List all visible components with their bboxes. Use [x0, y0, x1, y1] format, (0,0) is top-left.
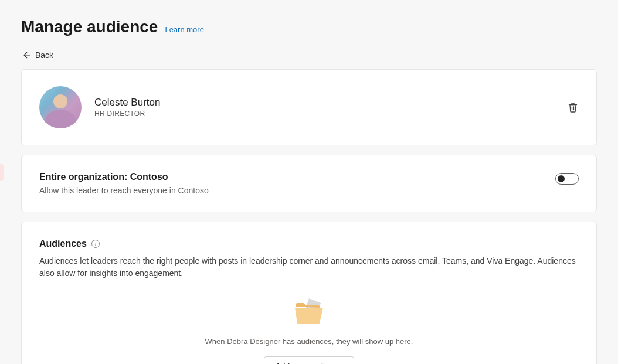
back-label: Back: [35, 50, 53, 60]
page-container: Manage audience Learn more Back Celeste …: [0, 0, 618, 364]
learn-more-link[interactable]: Learn more: [165, 25, 203, 34]
back-button[interactable]: Back: [21, 50, 53, 60]
info-icon[interactable]: i: [91, 240, 100, 248]
empty-state-text: When Debra Designer has audiences, they …: [205, 337, 413, 346]
org-toggle[interactable]: [555, 173, 579, 185]
person-text: Celeste Burton HR DIRECTOR: [94, 97, 160, 118]
trash-icon[interactable]: [567, 101, 579, 113]
org-description: Allow this leader to reach everyone in C…: [39, 186, 209, 195]
audiences-title: Audiences: [39, 239, 87, 249]
avatar: [39, 86, 82, 128]
person-role: HR DIRECTOR: [94, 110, 160, 118]
add-audience-button[interactable]: Add new audience: [264, 356, 354, 364]
person-info: Celeste Burton HR DIRECTOR: [39, 86, 160, 128]
page-title: Manage audience: [21, 18, 158, 36]
side-accent: [0, 164, 4, 181]
org-text: Entire organization: Contoso Allow this …: [39, 172, 209, 195]
arrow-left-icon: [21, 50, 30, 60]
audiences-header: Audiences i: [39, 239, 579, 249]
empty-state: When Debra Designer has audiences, they …: [39, 297, 579, 364]
person-name: Celeste Burton: [94, 97, 160, 108]
org-card: Entire organization: Contoso Allow this …: [21, 155, 597, 212]
org-title: Entire organization: Contoso: [39, 172, 209, 182]
audiences-description: Audiences let leaders reach the right pe…: [39, 255, 579, 280]
page-header: Manage audience Learn more: [21, 18, 597, 36]
toggle-knob: [558, 175, 565, 182]
folder-icon: [293, 297, 325, 326]
person-card: Celeste Burton HR DIRECTOR: [21, 69, 597, 145]
audiences-card: Audiences i Audiences let leaders reach …: [21, 222, 597, 364]
